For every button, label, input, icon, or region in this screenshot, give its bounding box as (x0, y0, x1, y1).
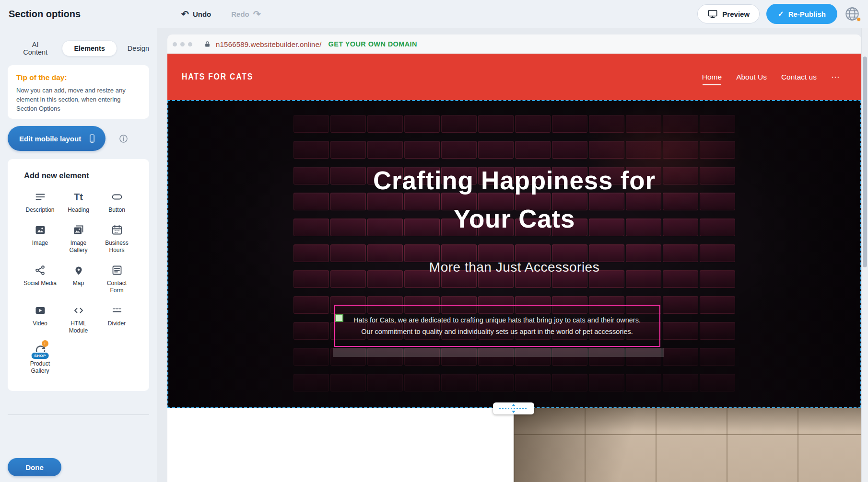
element-social-media[interactable]: Social Media (21, 260, 59, 294)
nav-item-about[interactable]: About Us (736, 73, 767, 81)
element-html-module[interactable]: HTML Module (59, 300, 98, 334)
hero-tile (330, 141, 366, 159)
hero-tile (515, 374, 551, 391)
republish-button[interactable]: ✓ Re-Publish (766, 4, 837, 24)
next-section[interactable] (167, 408, 861, 482)
image-gallery-icon (73, 223, 84, 237)
hero-tile (441, 141, 477, 159)
site-logo[interactable]: HATS FOR CATS (182, 72, 253, 82)
hero-section-selected[interactable]: Crafting Happiness for Your Cats More th… (167, 100, 861, 408)
undo-button[interactable]: ↶ Undo (178, 9, 214, 19)
hero-tile (700, 374, 735, 391)
element-heading[interactable]: Tt Heading (59, 187, 98, 214)
hero-tile (478, 115, 514, 133)
hero-tile (663, 322, 698, 340)
hero-tile (404, 374, 440, 391)
element-map[interactable]: Map (59, 260, 98, 294)
redo-button[interactable]: Redo ↷ (228, 9, 263, 19)
info-icon[interactable] (119, 134, 128, 143)
social-media-icon (35, 263, 46, 277)
check-icon: ✓ (778, 10, 784, 18)
description-icon (35, 190, 46, 204)
element-image[interactable]: Image (21, 220, 59, 254)
editor-canvas: n1566589.websitebuilder.online/ GET YOUR… (157, 28, 861, 482)
redo-label: Redo (231, 10, 249, 18)
element-grid: Description Tt Heading Button (8, 187, 149, 375)
section-resize-handle[interactable] (493, 402, 534, 414)
hero-tile (330, 115, 366, 133)
hero-tile (293, 141, 329, 159)
undo-icon: ↶ (181, 10, 189, 19)
republish-label: Re-Publish (788, 10, 826, 18)
hero-heading[interactable]: Crafting Happiness for Your Cats (168, 161, 860, 238)
hero-tile (441, 115, 477, 133)
video-icon (35, 303, 46, 318)
element-product-gallery[interactable]: ↑ SHOP Product Gallery (21, 341, 59, 375)
add-new-element-card: Add new element Description Tt Heading (8, 159, 149, 391)
preview-button[interactable]: Preview (697, 4, 760, 23)
hero-subheading[interactable]: More than Just Accessories (168, 260, 860, 275)
tab-design[interactable]: Design (120, 40, 157, 57)
hero-tile (700, 348, 735, 366)
element-video[interactable]: Video (21, 300, 59, 334)
topbar-actions: Preview ✓ Re-Publish (697, 0, 860, 28)
heading-icon: Tt (74, 190, 83, 204)
hero-tile (293, 322, 329, 340)
product-gallery-icon: ↑ SHOP (34, 344, 47, 358)
site-header[interactable]: HATS FOR CATS Home About Us Contact us ⋯ (167, 54, 861, 100)
history-controls: ↶ Undo Redo ↷ (178, 0, 264, 28)
hero-tile (367, 115, 403, 133)
hero-tile (293, 115, 329, 133)
hero-tile (515, 115, 551, 133)
app-window: Section options ↶ Undo Redo ↷ Preview (0, 0, 868, 482)
section-options-panel: AI Content Elements Design Tip of the da… (0, 28, 157, 482)
element-business-hours[interactable]: Business Hours (98, 220, 136, 254)
window-dot (188, 42, 192, 46)
preview-label: Preview (722, 10, 750, 18)
nav-more-icon[interactable]: ⋯ (831, 72, 840, 82)
hero-tile (589, 374, 624, 391)
element-divider[interactable]: Divider (98, 300, 136, 334)
done-button[interactable]: Done (8, 458, 61, 476)
contact-form-icon (111, 263, 123, 277)
hero-tile (404, 115, 440, 133)
element-button[interactable]: Button (98, 187, 136, 214)
scrollbar-thumb[interactable] (863, 57, 867, 267)
edit-mobile-label: Edit mobile layout (19, 135, 81, 143)
element-drag-handle[interactable] (335, 314, 343, 322)
tab-elements[interactable]: Elements (62, 40, 117, 57)
hero-tile (552, 141, 587, 159)
tab-ai-content[interactable]: AI Content (12, 40, 59, 57)
panel-tabs: AI Content Elements Design (12, 40, 157, 57)
lock-icon (204, 41, 211, 48)
divider-icon (111, 303, 123, 318)
hero-tile (293, 348, 329, 366)
monitor-icon (707, 9, 718, 19)
site-nav: Home About Us Contact us ⋯ (702, 54, 840, 100)
get-domain-link[interactable]: GET YOUR OWN DOMAIN (328, 40, 417, 48)
nav-item-home[interactable]: Home (702, 73, 722, 81)
tip-of-the-day-card: Tip of the day: Now you can add, move an… (8, 65, 149, 119)
selected-text-element[interactable]: Hats for Cats, we are dedicated to craft… (334, 305, 660, 347)
mobile-layout-row: Edit mobile layout (8, 126, 128, 151)
hero-tile (552, 374, 587, 391)
page-scrollbar[interactable] (861, 28, 868, 482)
hero-tile (293, 296, 329, 314)
element-description[interactable]: Description (21, 187, 59, 214)
hero-tile (478, 141, 514, 159)
window-dots (173, 42, 192, 46)
element-image-gallery[interactable]: Image Gallery (59, 220, 98, 254)
hero-tile (367, 141, 403, 159)
hero-tile (367, 374, 403, 391)
hero-tile (700, 322, 735, 340)
element-contact-form[interactable]: Contact Form (98, 260, 136, 294)
language-globe-button[interactable] (844, 6, 860, 22)
hero-tile (663, 374, 698, 391)
hero-tile (552, 115, 587, 133)
page-title: Section options (9, 9, 81, 20)
phone-icon (87, 134, 97, 143)
nav-item-contact[interactable]: Contact us (781, 73, 817, 81)
hero-tile (515, 141, 551, 159)
hero-tile (663, 348, 698, 366)
edit-mobile-layout-button[interactable]: Edit mobile layout (8, 126, 106, 151)
